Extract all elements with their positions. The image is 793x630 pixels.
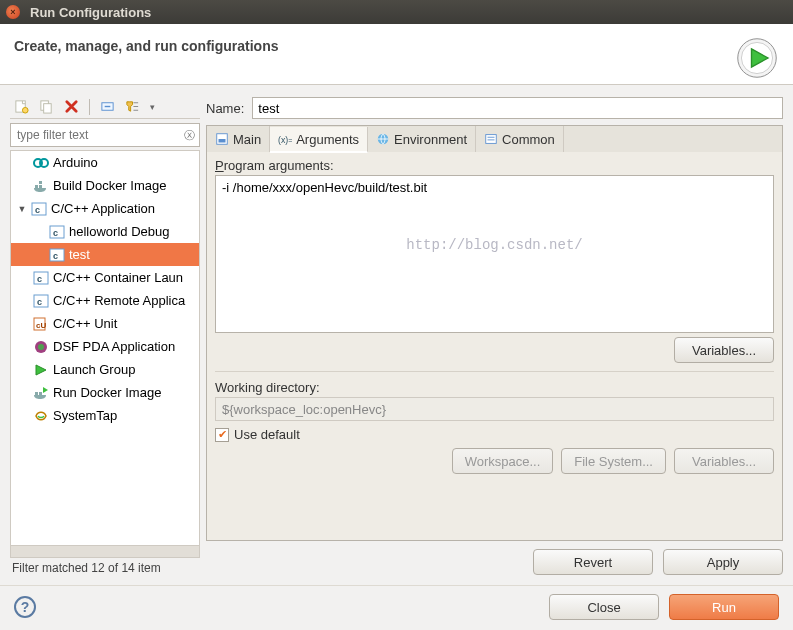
config-toolbar: ▾ (10, 95, 200, 119)
svg-text:c: c (53, 251, 58, 261)
dialog-body: ▾ ⓧ Arduino Build Docker Image ▼ c C/C++… (0, 85, 793, 585)
c-app-icon: c (33, 270, 49, 286)
tree-item-label: DSF PDA Application (53, 339, 175, 354)
tree-item-label: C/C++ Application (51, 201, 155, 216)
environment-tab-icon (376, 132, 390, 146)
tab-environment[interactable]: Environment (368, 126, 476, 152)
tree-item-cpp-unit[interactable]: cU C/C++ Unit (11, 312, 199, 335)
use-default-row[interactable]: Use default (215, 427, 774, 442)
filter-input-row: ⓧ (10, 123, 200, 147)
tree-item-label: Run Docker Image (53, 385, 161, 400)
arguments-tab-icon: (x)= (278, 132, 292, 146)
run-hero-icon (735, 36, 779, 80)
tree-item-cpp-remote[interactable]: c C/C++ Remote Applica (11, 289, 199, 312)
c-app-icon: c (31, 201, 47, 217)
svg-text:c: c (53, 228, 58, 238)
window-title: Run Configurations (30, 5, 151, 20)
help-icon[interactable]: ? (14, 596, 36, 618)
launch-group-icon (33, 362, 49, 378)
close-button[interactable]: Close (549, 594, 659, 620)
svg-rect-28 (35, 392, 38, 395)
svg-point-26 (38, 344, 44, 350)
arduino-icon (33, 155, 49, 171)
tree-item-build-docker[interactable]: Build Docker Image (11, 174, 199, 197)
revert-button[interactable]: Revert (533, 549, 653, 575)
tree-item-run-docker[interactable]: Run Docker Image (11, 381, 199, 404)
svg-point-4 (22, 107, 28, 113)
svg-text:c: c (35, 205, 40, 215)
wd-button-row: Workspace... File System... Variables... (215, 448, 774, 474)
tab-main[interactable]: Main (207, 126, 270, 152)
run-button[interactable]: Run (669, 594, 779, 620)
docker-run-icon (33, 385, 49, 401)
docker-build-icon (33, 178, 49, 194)
svg-text:(x)=: (x)= (278, 135, 292, 145)
program-args-label: Program arguments: (215, 158, 774, 173)
new-config-icon[interactable] (14, 99, 29, 114)
svg-text:c: c (37, 274, 42, 284)
right-pane: Name: Main (x)= Arguments Environment (206, 95, 783, 575)
tree-item-helloworld[interactable]: c helloworld Debug (11, 220, 199, 243)
c-launch-icon: c (49, 224, 65, 240)
program-args-textarea[interactable]: -i /home/xxx/openHevc/build/test.bit (215, 175, 774, 333)
tab-label: Arguments (296, 132, 359, 147)
apply-button[interactable]: Apply (663, 549, 783, 575)
svg-rect-12 (39, 181, 42, 184)
tree-item-label: SystemTap (53, 408, 117, 423)
name-input[interactable] (252, 97, 783, 119)
tree-item-label: C/C++ Unit (53, 316, 117, 331)
c-app-icon: c (33, 293, 49, 309)
tree-item-test[interactable]: c test (11, 243, 199, 266)
expander-icon[interactable]: ▼ (17, 204, 27, 214)
collapse-all-icon[interactable] (100, 99, 115, 114)
wd-variables-button[interactable]: Variables... (674, 448, 774, 474)
tab-label: Main (233, 132, 261, 147)
svg-rect-35 (486, 135, 497, 144)
horizontal-scrollbar[interactable] (10, 546, 200, 558)
tab-common[interactable]: Common (476, 126, 564, 152)
use-default-label: Use default (234, 427, 300, 442)
tree-item-label: test (69, 247, 90, 262)
section-divider (215, 371, 774, 372)
config-tree[interactable]: Arduino Build Docker Image ▼ c C/C++ App… (10, 150, 200, 546)
systemtap-icon (33, 408, 49, 424)
toolbar-separator (89, 99, 90, 115)
svg-text:cU: cU (36, 321, 46, 330)
filter-icon[interactable] (125, 99, 140, 114)
dsf-icon (33, 339, 49, 355)
tree-item-launch-group[interactable]: Launch Group (11, 358, 199, 381)
workspace-button[interactable]: Workspace... (452, 448, 554, 474)
tree-item-cpp-container[interactable]: c C/C++ Container Laun (11, 266, 199, 289)
working-dir-label: Working directory: (215, 380, 774, 395)
c-unit-icon: cU (33, 316, 49, 332)
clear-filter-icon[interactable]: ⓧ (184, 128, 195, 143)
variables-button[interactable]: Variables... (674, 337, 774, 363)
tab-content: Program arguments: -i /home/xxx/openHevc… (207, 152, 782, 540)
dialog-header: Create, manage, and run configurations (0, 24, 793, 85)
svg-marker-27 (36, 365, 46, 375)
apply-revert-row: Revert Apply (206, 549, 783, 575)
tree-item-cpp-app[interactable]: ▼ c C/C++ Application (11, 197, 199, 220)
working-dir-input (215, 397, 774, 421)
svg-rect-11 (39, 185, 42, 188)
main-tab-icon (215, 132, 229, 146)
filter-input[interactable] (15, 127, 184, 143)
svg-text:c: c (37, 297, 42, 307)
svg-rect-29 (39, 392, 42, 395)
tree-item-label: C/C++ Remote Applica (53, 293, 185, 308)
use-default-checkbox[interactable] (215, 428, 229, 442)
filesystem-button[interactable]: File System... (561, 448, 666, 474)
tree-item-label: Arduino (53, 155, 98, 170)
delete-config-icon[interactable] (64, 99, 79, 114)
tree-item-arduino[interactable]: Arduino (11, 151, 199, 174)
tree-item-dsf-pda[interactable]: DSF PDA Application (11, 335, 199, 358)
name-row: Name: (206, 95, 783, 121)
tab-label: Environment (394, 132, 467, 147)
toolbar-dropdown-icon[interactable]: ▾ (150, 102, 155, 112)
tab-arguments[interactable]: (x)= Arguments (270, 127, 368, 153)
tab-bar: Main (x)= Arguments Environment Common (207, 126, 782, 152)
duplicate-config-icon[interactable] (39, 99, 54, 114)
tree-item-systemtap[interactable]: SystemTap (11, 404, 199, 427)
window-close-icon[interactable]: × (6, 5, 20, 19)
tab-group: Main (x)= Arguments Environment Common P… (206, 125, 783, 541)
